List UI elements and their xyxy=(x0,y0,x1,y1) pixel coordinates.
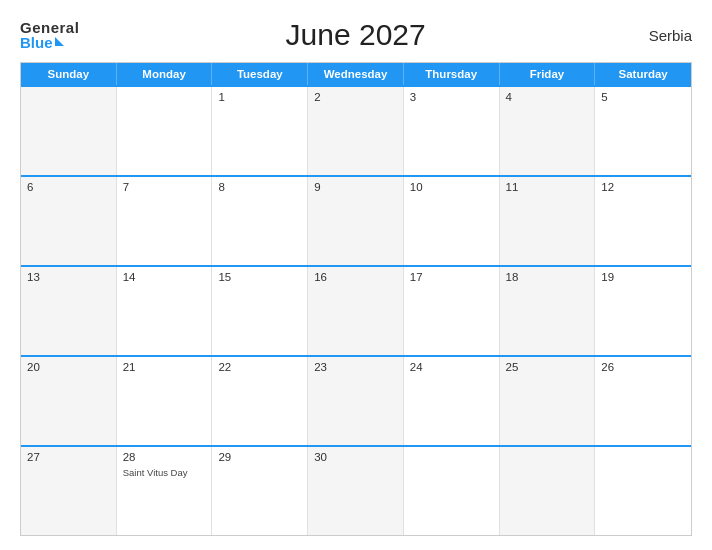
logo-blue-text: Blue xyxy=(20,35,79,50)
calendar-cell: 29 xyxy=(212,447,308,535)
day-number: 25 xyxy=(506,361,589,373)
calendar: SundayMondayTuesdayWednesdayThursdayFrid… xyxy=(20,62,692,536)
calendar-cell: 7 xyxy=(117,177,213,265)
day-number: 18 xyxy=(506,271,589,283)
calendar-week-2: 6789101112 xyxy=(21,175,691,265)
day-number: 16 xyxy=(314,271,397,283)
calendar-cell: 30 xyxy=(308,447,404,535)
day-number: 23 xyxy=(314,361,397,373)
calendar-cell: 18 xyxy=(500,267,596,355)
weekday-header-friday: Friday xyxy=(500,63,596,85)
calendar-cell: 21 xyxy=(117,357,213,445)
logo: General Blue xyxy=(20,20,79,50)
weekday-header-tuesday: Tuesday xyxy=(212,63,308,85)
calendar-cell: 16 xyxy=(308,267,404,355)
day-number: 11 xyxy=(506,181,589,193)
logo-general-text: General xyxy=(20,20,79,35)
day-number: 2 xyxy=(314,91,397,103)
calendar-cell: 19 xyxy=(595,267,691,355)
day-number: 20 xyxy=(27,361,110,373)
page: General Blue June 2027 Serbia SundayMond… xyxy=(0,0,712,550)
logo-triangle-icon xyxy=(55,37,64,46)
day-number: 3 xyxy=(410,91,493,103)
calendar-title: June 2027 xyxy=(79,18,632,52)
calendar-cell: 8 xyxy=(212,177,308,265)
day-number: 7 xyxy=(123,181,206,193)
day-number: 4 xyxy=(506,91,589,103)
calendar-cell: 24 xyxy=(404,357,500,445)
calendar-week-1: 12345 xyxy=(21,85,691,175)
day-number: 22 xyxy=(218,361,301,373)
holiday-label: Saint Vitus Day xyxy=(123,467,206,479)
day-number: 30 xyxy=(314,451,397,463)
calendar-header-row: SundayMondayTuesdayWednesdayThursdayFrid… xyxy=(21,63,691,85)
day-number: 28 xyxy=(123,451,206,463)
calendar-cell: 23 xyxy=(308,357,404,445)
calendar-week-5: 2728Saint Vitus Day2930 xyxy=(21,445,691,535)
calendar-cell: 5 xyxy=(595,87,691,175)
calendar-cell: 28Saint Vitus Day xyxy=(117,447,213,535)
day-number: 21 xyxy=(123,361,206,373)
day-number: 8 xyxy=(218,181,301,193)
day-number: 12 xyxy=(601,181,685,193)
day-number: 24 xyxy=(410,361,493,373)
calendar-cell: 13 xyxy=(21,267,117,355)
calendar-cell: 6 xyxy=(21,177,117,265)
day-number: 10 xyxy=(410,181,493,193)
day-number: 29 xyxy=(218,451,301,463)
day-number: 14 xyxy=(123,271,206,283)
calendar-cell xyxy=(21,87,117,175)
calendar-body: 1234567891011121314151617181920212223242… xyxy=(21,85,691,535)
day-number: 19 xyxy=(601,271,685,283)
day-number: 13 xyxy=(27,271,110,283)
calendar-cell: 4 xyxy=(500,87,596,175)
calendar-cell: 10 xyxy=(404,177,500,265)
calendar-cell: 27 xyxy=(21,447,117,535)
calendar-cell: 12 xyxy=(595,177,691,265)
calendar-week-4: 20212223242526 xyxy=(21,355,691,445)
weekday-header-thursday: Thursday xyxy=(404,63,500,85)
calendar-cell: 2 xyxy=(308,87,404,175)
day-number: 1 xyxy=(218,91,301,103)
calendar-cell xyxy=(595,447,691,535)
calendar-cell: 11 xyxy=(500,177,596,265)
calendar-cell: 22 xyxy=(212,357,308,445)
calendar-cell: 25 xyxy=(500,357,596,445)
calendar-cell xyxy=(404,447,500,535)
calendar-cell: 14 xyxy=(117,267,213,355)
calendar-cell: 26 xyxy=(595,357,691,445)
day-number: 6 xyxy=(27,181,110,193)
calendar-cell: 1 xyxy=(212,87,308,175)
calendar-cell xyxy=(500,447,596,535)
day-number: 27 xyxy=(27,451,110,463)
day-number: 5 xyxy=(601,91,685,103)
header: General Blue June 2027 Serbia xyxy=(20,18,692,52)
weekday-header-saturday: Saturday xyxy=(595,63,691,85)
calendar-cell: 9 xyxy=(308,177,404,265)
country-label: Serbia xyxy=(632,27,692,44)
weekday-header-sunday: Sunday xyxy=(21,63,117,85)
calendar-cell xyxy=(117,87,213,175)
calendar-cell: 15 xyxy=(212,267,308,355)
calendar-cell: 17 xyxy=(404,267,500,355)
calendar-cell: 3 xyxy=(404,87,500,175)
calendar-cell: 20 xyxy=(21,357,117,445)
weekday-header-wednesday: Wednesday xyxy=(308,63,404,85)
day-number: 15 xyxy=(218,271,301,283)
day-number: 9 xyxy=(314,181,397,193)
day-number: 26 xyxy=(601,361,685,373)
day-number: 17 xyxy=(410,271,493,283)
calendar-week-3: 13141516171819 xyxy=(21,265,691,355)
weekday-header-monday: Monday xyxy=(117,63,213,85)
